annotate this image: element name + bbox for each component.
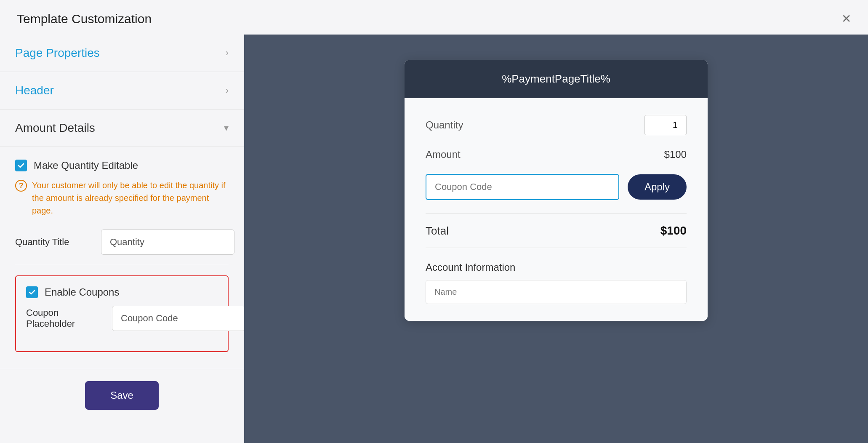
name-input[interactable] [426,280,687,304]
quantity-title-input[interactable] [101,230,234,255]
payment-card: %PaymentPageTitle% Quantity Amount $100 [405,60,708,321]
warning-text: Your customer will only be able to edit … [32,179,229,217]
make-quantity-editable-row: Make Quantity Editable [15,160,229,171]
quantity-input[interactable] [644,115,687,135]
coupon-placeholder-input[interactable] [112,306,244,331]
coupon-code-input[interactable] [426,174,619,200]
make-quantity-editable-checkbox[interactable] [15,160,27,171]
template-customization-window: Template Customization ✕ Page Properties… [0,0,868,443]
enable-coupons-label: Enable Coupons [45,286,119,298]
enable-coupons-checkbox[interactable] [26,286,38,298]
amount-label: Amount [426,149,461,160]
sidebar-item-label: Header [15,84,54,97]
warning-icon: ? [15,180,27,192]
coupon-placeholder-label: Coupon Placeholder [26,307,102,329]
sidebar-item-amount-details[interactable]: Amount Details ▾ [0,109,244,147]
title-bar: Template Customization ✕ [0,0,868,35]
divider [15,265,229,265]
total-label: Total [426,224,449,238]
amount-row: Amount $100 [426,149,687,160]
apply-button[interactable]: Apply [628,174,687,200]
quantity-warning: ? Your customer will only be able to edi… [15,179,229,217]
window-title: Template Customization [17,12,152,26]
save-button[interactable]: Save [85,381,159,410]
quantity-title-label: Quantity Title [15,237,91,248]
sidebar-item-label: Amount Details [15,121,95,135]
total-value: $100 [660,224,687,238]
left-panel: Page Properties › Header › Amount Detail… [0,35,244,443]
amount-value: $100 [664,149,687,160]
enable-coupons-row: Enable Coupons [26,286,218,298]
chevron-down-icon: ▾ [224,123,229,133]
coupon-section: Enable Coupons Coupon Placeholder [15,275,229,352]
payment-page-title: %PaymentPageTitle% [502,72,610,85]
coupon-placeholder-row: Coupon Placeholder [26,306,218,331]
total-row: Total $100 [426,213,687,248]
content-area: Page Properties › Header › Amount Detail… [0,35,868,443]
chevron-right-icon: › [226,48,229,59]
quantity-row: Quantity [426,115,687,135]
make-quantity-editable-label: Make Quantity Editable [34,160,138,171]
save-area: Save [0,369,244,422]
payment-card-header: %PaymentPageTitle% [405,60,708,98]
payment-card-body: Quantity Amount $100 Apply [405,98,708,321]
account-info-label: Account Information [426,262,687,273]
sidebar-item-header[interactable]: Header › [0,72,244,109]
right-panel: %PaymentPageTitle% Quantity Amount $100 [244,35,868,443]
chevron-right-icon: › [226,85,229,96]
amount-details-section: Make Quantity Editable ? Your customer w… [0,147,244,369]
quantity-label: Quantity [426,119,463,131]
quantity-title-row: Quantity Title [15,230,229,255]
sidebar-item-page-properties[interactable]: Page Properties › [0,35,244,72]
coupon-input-row: Apply [426,174,687,200]
close-button[interactable]: ✕ [841,13,851,25]
sidebar-item-label: Page Properties [15,46,100,60]
